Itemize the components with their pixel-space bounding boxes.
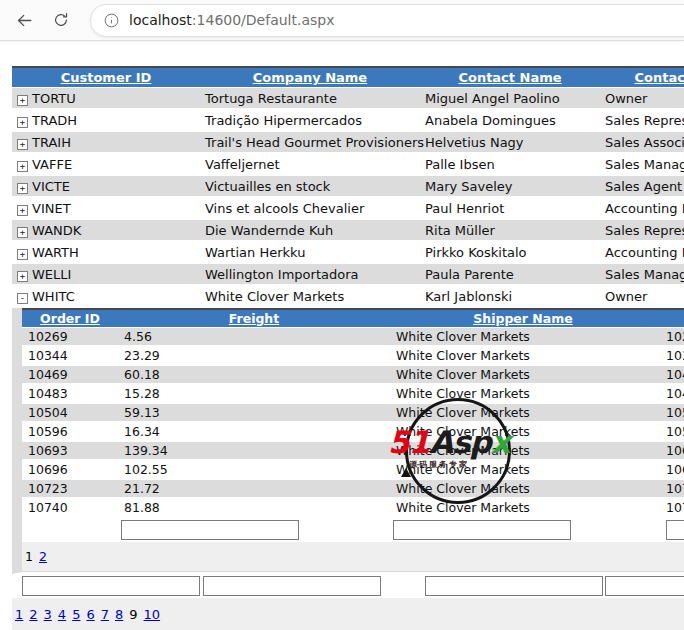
expand-button[interactable]: + — [17, 161, 28, 172]
pager-page-link[interactable]: 2 — [29, 607, 37, 622]
order-row: 1074081.88White Clover Markets10740 — [22, 499, 684, 518]
freight-cell: 23.29 — [118, 347, 390, 366]
shipper-name-cell: White Clover Markets — [390, 366, 656, 385]
col-header-contact-name[interactable]: Contact Name — [420, 68, 600, 88]
expand-button[interactable]: + — [17, 183, 28, 194]
orders-pager: 12 — [22, 542, 684, 572]
company-name-filter-input[interactable] — [203, 576, 381, 596]
customer-id-cell: -WHITC — [12, 286, 200, 308]
pager-page-link[interactable]: 7 — [101, 607, 109, 622]
customer-id-cell: +VICTE — [12, 176, 200, 198]
order-id-cell: 10723 — [22, 480, 118, 499]
sort-link-company-name[interactable]: Company Name — [253, 70, 367, 85]
sort-link-order-id[interactable]: Order ID — [40, 311, 100, 326]
order-id-cell: 10596 — [22, 423, 118, 442]
customer-id-cell: +WELLI — [12, 264, 200, 286]
address-bar[interactable]: localhost:14600/Default.aspx — [90, 4, 684, 37]
col-header-company-name[interactable]: Company Name — [200, 68, 420, 88]
sort-link-contact-name[interactable]: Contact Name — [458, 70, 561, 85]
contact-title-cell: Sales Associate — [600, 132, 684, 154]
site-info-button[interactable] — [103, 12, 120, 29]
expand-button[interactable]: + — [17, 205, 28, 216]
contact-name-cell: Paul Henriot — [420, 198, 600, 220]
browser-toolbar: localhost:14600/Default.aspx — [0, 0, 684, 41]
sort-link-contact-title[interactable]: Contact Title — [635, 70, 684, 85]
freight-cell: 139.34 — [118, 442, 390, 461]
orders-grid: Order IDFreightShipper Name102694.56Whit… — [22, 308, 684, 572]
contact-name-filter-input[interactable] — [425, 576, 603, 596]
refresh-button[interactable] — [48, 7, 74, 33]
site-info-icon — [103, 12, 120, 29]
freight-cell: 59.13 — [118, 404, 390, 423]
pager-page-link[interactable]: 1 — [15, 607, 23, 622]
orders-pager-row: 12 — [22, 542, 684, 572]
customer-id-cell: +TRAIH — [12, 132, 200, 154]
col-header-order-id[interactable]: Order ID — [22, 310, 118, 328]
order-id-cell: 10469 — [22, 366, 118, 385]
browser-window: localhost:14600/Default.aspx Customer ID… — [0, 0, 684, 630]
url-text: localhost:14600/Default.aspx — [129, 12, 334, 28]
order-ref-cell: 10740 — [656, 499, 684, 518]
contact-title-cell: Accounting Manager — [600, 198, 684, 220]
expand-button[interactable]: + — [17, 139, 28, 150]
expand-button[interactable]: + — [17, 227, 28, 238]
customer-row: +WELLIWellington ImportadoraPaula Parent… — [12, 264, 684, 286]
sort-link-freight[interactable]: Freight — [229, 311, 280, 326]
col-header-customer-id[interactable]: Customer ID — [12, 68, 200, 88]
contact-name-cell: Helvetius Nagy — [420, 132, 600, 154]
freight-filter-input[interactable] — [121, 520, 299, 540]
order-ref-cell: 10723 — [656, 480, 684, 499]
pager-page-link[interactable]: 5 — [72, 607, 80, 622]
col-header-contact-title[interactable]: Contact Title — [600, 68, 684, 88]
customers-filter-row — [12, 574, 684, 598]
freight-cell: 21.72 — [118, 480, 390, 499]
order-id-cell: 10504 — [22, 404, 118, 423]
customer-id-filter-input[interactable] — [22, 576, 200, 596]
customer-row: +WANDKDie Wandernde KuhRita MüllerSales … — [12, 220, 684, 242]
back-button[interactable] — [11, 7, 37, 33]
order-ref-cell: 10344 — [656, 347, 684, 366]
company-name-cell: Vaffeljernet — [200, 154, 420, 176]
order-ref-filter-input[interactable] — [666, 520, 684, 540]
shipper-name-cell: White Clover Markets — [390, 347, 656, 366]
customer-id: TRADH — [32, 113, 77, 128]
sort-link-shipper-name[interactable]: Shipper Name — [473, 311, 572, 326]
contact-name-cell: Rita Müller — [420, 220, 600, 242]
expand-button[interactable]: + — [17, 95, 28, 106]
expand-button[interactable]: + — [17, 271, 28, 282]
customer-id: WANDK — [32, 223, 81, 238]
order-ref-cell: 10469 — [656, 366, 684, 385]
order-row: 102694.56White Clover Markets10269 — [22, 328, 684, 347]
orders-header-row: Order IDFreightShipper Name — [22, 310, 684, 328]
contact-name-cell: Miguel Angel Paolino — [420, 88, 600, 110]
order-id-cell: 10693 — [22, 442, 118, 461]
contact-name-cell: Paula Parente — [420, 264, 600, 286]
company-name-cell: Tradição Hipermercados — [200, 110, 420, 132]
contact-name-cell: Anabela Domingues — [420, 110, 600, 132]
col-header-shipper-name[interactable]: Shipper Name — [390, 310, 656, 328]
customer-id-cell: +TORTU — [12, 88, 200, 110]
contact-title-cell: Sales Manager — [600, 264, 684, 286]
pager-page-link[interactable]: 2 — [39, 549, 47, 564]
expand-button[interactable]: + — [17, 249, 28, 260]
expand-button[interactable]: + — [17, 117, 28, 128]
customer-id: WARTH — [32, 245, 79, 260]
pager-page-link[interactable]: 8 — [115, 607, 123, 622]
pager-page-link[interactable]: 4 — [58, 607, 66, 622]
collapse-button[interactable]: - — [17, 293, 28, 304]
order-row: 10693139.34White Clover Markets10693 — [22, 442, 684, 461]
order-ref-cell: 10693 — [656, 442, 684, 461]
order-row: 1048315.28White Clover Markets10483 — [22, 385, 684, 404]
order-row: 1034423.29White Clover Markets10344 — [22, 347, 684, 366]
pager-page-link[interactable]: 3 — [44, 607, 52, 622]
company-name-cell: Vins et alcools Chevalier — [200, 198, 420, 220]
company-name-cell: Wellington Importadora — [200, 264, 420, 286]
contact-title-filter-input[interactable] — [605, 576, 684, 596]
shipper-name-filter-input[interactable] — [393, 520, 571, 540]
company-name-cell: Die Wandernde Kuh — [200, 220, 420, 242]
sort-link-customer-id[interactable]: Customer ID — [61, 70, 152, 85]
orders-grid-body: 102694.56White Clover Markets10269103442… — [22, 328, 684, 518]
pager-page-link[interactable]: 6 — [86, 607, 94, 622]
col-header-freight[interactable]: Freight — [118, 310, 390, 328]
pager-page-link[interactable]: 10 — [144, 607, 161, 622]
